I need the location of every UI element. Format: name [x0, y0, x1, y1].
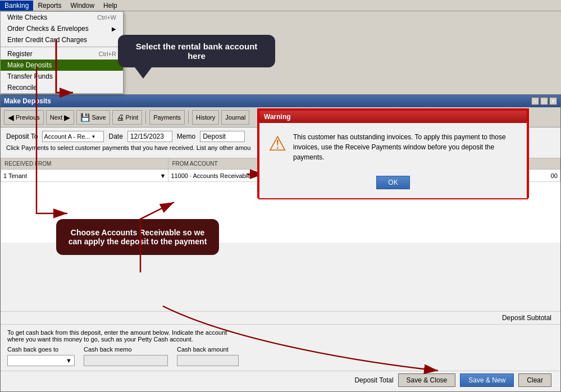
empty-row-3: [1, 202, 560, 212]
restore-button[interactable]: □: [540, 97, 548, 105]
callout-ar-text: Choose Accounts Receivable so we can app…: [69, 228, 207, 246]
toolbar-separator1: [145, 111, 146, 124]
cash-goes-to-select[interactable]: ▼: [7, 355, 75, 366]
cell-amount[interactable]: 00: [527, 170, 560, 182]
cash-back-intro: To get cash back from this deposit, ente…: [7, 329, 554, 343]
print-button[interactable]: 🖨 Print: [112, 110, 143, 125]
payments-label: Payments: [153, 114, 181, 121]
close-button[interactable]: ×: [549, 97, 557, 105]
menu-window[interactable]: Window: [66, 1, 99, 11]
clear-label: Clear: [527, 376, 543, 384]
date-label: Date: [108, 133, 122, 140]
col-amount: [527, 158, 560, 170]
transfer-funds-label: Transfer Funds: [7, 72, 53, 80]
prev-label: Previous: [16, 114, 40, 121]
minimize-button[interactable]: −: [531, 97, 539, 105]
prev-button[interactable]: ◀ Previous: [4, 110, 44, 125]
prev-icon: ◀: [8, 113, 14, 122]
warning-dialog: Warning ⚠ This customer has outstanding …: [258, 110, 528, 199]
payments-button[interactable]: Payments: [149, 110, 185, 125]
memo-label: Memo: [177, 133, 195, 140]
callout-rental-bank-text: Select the rental bank account here: [136, 42, 258, 61]
toolbar-separator2: [188, 111, 189, 124]
register-label: Register: [7, 50, 33, 58]
deposit-to-arrow: ▼: [91, 134, 95, 139]
deposits-bottom: Deposit Subtotal To get cash back from t…: [1, 311, 560, 391]
subtotal-row: Deposit Subtotal: [1, 312, 560, 325]
clear-button[interactable]: Clear: [518, 373, 551, 387]
write-checks-shortcut: Ctrl+W: [97, 14, 116, 21]
warning-footer: OK: [259, 171, 527, 198]
received-from-select[interactable]: 1 Tenant ▼: [3, 172, 166, 179]
deposits-titlebar: Make Deposits − □ ×: [1, 95, 560, 107]
warning-title: Warning: [264, 113, 291, 121]
menu-transfer-funds[interactable]: Transfer Funds: [1, 71, 123, 82]
save-new-label: Save & New: [468, 376, 505, 384]
save-icon: 💾: [80, 113, 90, 122]
menu-separator1: [1, 47, 123, 47]
warning-titlebar: Warning: [259, 111, 527, 123]
menu-make-deposits[interactable]: Make Deposits: [1, 60, 123, 71]
received-from-arrow: ▼: [159, 172, 166, 179]
deposit-total-row: Deposit Total Save & Close Save & New Cl…: [1, 371, 560, 391]
cell-received-from[interactable]: 1 Tenant ▼: [1, 170, 168, 182]
cash-amount-input[interactable]: [177, 355, 239, 366]
warning-message: This customer has outstanding invoices. …: [293, 132, 518, 162]
cash-memo-input[interactable]: [84, 355, 168, 366]
warning-ok-button[interactable]: OK: [376, 176, 410, 189]
menu-reconcile[interactable]: Reconcile: [1, 82, 123, 93]
received-from-value: 1 Tenant: [3, 172, 27, 179]
write-checks-label: Write Checks: [7, 13, 47, 21]
save-close-button[interactable]: Save & Close: [398, 373, 456, 387]
date-input[interactable]: [127, 131, 172, 142]
order-checks-label: Order Checks & Envelopes: [7, 25, 89, 33]
journal-label: Journal: [225, 114, 245, 121]
memo-input[interactable]: [200, 131, 245, 142]
menu-write-checks[interactable]: Write Checks Ctrl+W: [1, 12, 123, 23]
deposits-title: Make Deposits: [4, 97, 51, 105]
col-received-from: RECEIVED FROM: [1, 158, 168, 170]
save-label: Save: [92, 114, 106, 121]
deposit-to-value: Account A - Re...: [44, 133, 90, 140]
save-button[interactable]: 💾 Save: [76, 110, 110, 125]
deposit-to-label: Deposit To: [6, 133, 38, 140]
history-button[interactable]: History: [192, 110, 219, 125]
warning-icon: ⚠: [268, 132, 286, 156]
journal-button[interactable]: Journal: [221, 110, 249, 125]
cash-amount-group: Cash back amount: [177, 346, 239, 366]
save-close-label: Save & Close: [407, 376, 448, 384]
menu-help[interactable]: Help: [99, 1, 122, 11]
deposit-to-select[interactable]: Account A - Re... ▼: [42, 131, 104, 142]
cash-goes-to-label: Cash back goes to: [7, 346, 75, 353]
callout1-arrow: [135, 67, 152, 79]
callout-accounts-receivable: Choose Accounts Receivable so we can app…: [56, 219, 219, 255]
cash-goes-to-group: Cash back goes to ▼: [7, 346, 75, 366]
banking-dropdown: Write Checks Ctrl+W Order Checks & Envel…: [0, 11, 124, 94]
menu-register[interactable]: Register Ctrl+R: [1, 48, 123, 60]
titlebar-buttons: − □ ×: [531, 97, 557, 105]
next-button[interactable]: Next ▶: [46, 110, 75, 125]
menu-reports[interactable]: Reports: [33, 1, 66, 11]
menu-banking[interactable]: Banking: [0, 1, 33, 11]
print-label: Print: [126, 114, 139, 121]
warning-body: ⚠ This customer has outstanding invoices…: [259, 123, 527, 171]
save-new-button[interactable]: Save & New: [460, 373, 514, 387]
warning-ok-label: OK: [388, 179, 398, 186]
callout-rental-bank: Select the rental bank account here: [118, 35, 275, 67]
cash-goes-to-arrow: ▼: [66, 357, 72, 364]
history-label: History: [196, 114, 215, 121]
make-deposits-label: Make Deposits: [7, 61, 52, 69]
menu-credit-card[interactable]: Enter Credit Card Charges: [1, 34, 123, 45]
cash-memo-label: Cash back memo: [84, 346, 168, 353]
register-shortcut: Ctrl+R: [99, 51, 116, 57]
next-label: Next: [50, 114, 63, 121]
credit-card-label: Enter Credit Card Charges: [7, 36, 87, 44]
menu-order-checks[interactable]: Order Checks & Envelopes ▶: [1, 23, 123, 34]
reconcile-label: Reconcile: [7, 84, 37, 92]
order-checks-arrow: ▶: [112, 26, 116, 32]
next-icon: ▶: [64, 113, 70, 122]
print-icon: 🖨: [116, 113, 124, 122]
deposit-total-label: Deposit Total: [354, 376, 393, 384]
cash-amount-label: Cash back amount: [177, 346, 239, 353]
cash-back-section: To get cash back from this deposit, ente…: [1, 325, 560, 371]
